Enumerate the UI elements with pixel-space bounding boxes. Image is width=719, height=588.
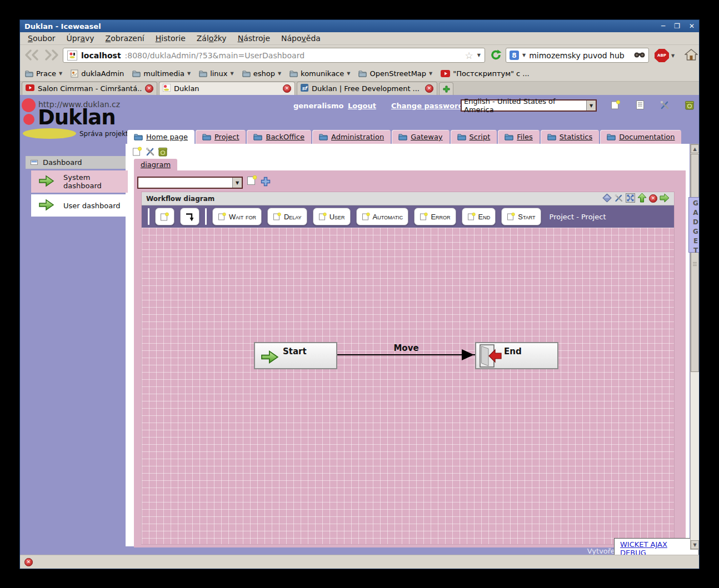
start-button[interactable]: Start — [501, 208, 541, 225]
tab-gateway[interactable]: Gateway — [392, 130, 449, 144]
search-engine-icon[interactable]: 8 — [510, 51, 519, 60]
gadget-flap[interactable]: GADGET — [688, 197, 699, 253]
url-bar[interactable]: localhost:8080/duklaAdmin/?53&main=UserD… — [63, 48, 485, 63]
wicket-debug-link[interactable]: WICKET AJAX DEBUG — [620, 540, 667, 555]
logo-circle — [22, 98, 36, 112]
search-go-icon[interactable] — [634, 51, 645, 60]
menu-soubor[interactable]: Soubor — [22, 33, 61, 44]
home-icon[interactable] — [685, 49, 698, 63]
tab-backoffice[interactable]: BackOffice — [247, 130, 311, 144]
dashboard-actions — [132, 147, 168, 159]
new-tab-button[interactable] — [439, 82, 453, 95]
tab-diagram[interactable]: diagram — [134, 159, 177, 171]
tab-home-page[interactable]: Home page — [127, 130, 194, 144]
adblock-dropdown-icon[interactable]: ▼ — [671, 53, 675, 58]
bookmark-folder-linux[interactable]: linux▼ — [199, 69, 234, 78]
bookmark-star-icon[interactable]: ☆ — [465, 50, 473, 61]
select-arrow-icon[interactable]: ▼ — [232, 178, 242, 188]
transition-label[interactable]: Move — [337, 343, 475, 353]
end-button[interactable]: End — [462, 208, 496, 225]
next-icon[interactable] — [660, 193, 670, 204]
new-page-icon[interactable] — [132, 147, 142, 159]
bookmark-folder-komunikace[interactable]: komunikace▼ — [289, 69, 350, 78]
logout-link[interactable]: Logout — [348, 102, 376, 110]
bookmark-folder-eshop[interactable]: eshop▼ — [242, 69, 281, 78]
menu-nastroje[interactable]: Nástroje — [232, 33, 276, 44]
error-button[interactable]: Error — [414, 208, 456, 225]
bookmark-folder-multimedia[interactable]: multimedia▼ — [132, 69, 191, 78]
bookmark-folder-prace[interactable]: Prace▼ — [25, 69, 62, 78]
minimize-icon[interactable]: ─ — [661, 22, 665, 30]
sidebar-item-system-dashboard[interactable]: System dashboard — [31, 170, 128, 193]
tab-script[interactable]: Script — [451, 130, 497, 144]
tab-documentation[interactable]: Documentation — [600, 130, 681, 144]
node-start[interactable]: Start — [254, 342, 337, 369]
tools-icon[interactable] — [660, 100, 670, 112]
document-list-icon[interactable] — [636, 100, 645, 112]
select-arrow-icon[interactable]: ▼ — [586, 100, 596, 110]
browser-tab-sourceforge[interactable]: sf Duklan | Free Development ... ✕ — [297, 82, 437, 95]
wicket-debug-box[interactable]: WICKET AJAX DEBUG — [614, 538, 699, 555]
search-input[interactable]: mimozemsky puvod hub — [529, 51, 631, 60]
tab-close-icon[interactable]: ✕ — [425, 84, 433, 93]
collapse-icon[interactable] — [31, 158, 38, 167]
scroll-down-icon[interactable]: ▼ — [691, 540, 699, 549]
delay-button[interactable]: Delay — [267, 208, 307, 225]
back-icon[interactable] — [23, 48, 40, 64]
duklan-favicon — [163, 84, 171, 93]
trash-icon[interactable] — [158, 147, 168, 159]
menu-zobrazeni[interactable]: Zobrazení — [100, 33, 150, 44]
scrollbar-thumb[interactable] — [691, 154, 699, 372]
browser-tab-salon-cimrman[interactable]: Salon Cimrman - Cimršantá... ✕ — [22, 82, 157, 95]
archive-icon[interactable] — [685, 100, 695, 112]
menu-napoveda[interactable]: Nápověda — [276, 33, 326, 44]
diamond-icon[interactable] — [602, 193, 612, 204]
exit-door-icon — [480, 344, 502, 370]
tab-project[interactable]: Project — [196, 130, 246, 144]
menu-historie[interactable]: Historie — [150, 33, 191, 44]
tab-administration[interactable]: Administration — [312, 130, 391, 144]
gadget-select[interactable]: ▼ — [137, 177, 243, 189]
new-page-icon[interactable] — [247, 175, 257, 188]
reload-icon[interactable] — [490, 49, 502, 63]
automatic-button[interactable]: Automatic — [356, 208, 409, 225]
expand-icon[interactable] — [626, 193, 635, 204]
change-password-link[interactable]: Change password — [391, 102, 463, 110]
error-status-icon[interactable]: ✕ — [24, 558, 33, 566]
tab-close-icon[interactable]: ✕ — [145, 84, 153, 93]
forward-icon[interactable] — [43, 48, 60, 64]
node-end[interactable]: End — [475, 342, 558, 369]
browser-tab-duklan[interactable]: Duklan ✕ — [159, 82, 295, 95]
tools-icon[interactable] — [145, 147, 155, 159]
scroll-up-icon[interactable]: ▲ — [691, 144, 699, 153]
restore-icon[interactable]: ❐ — [674, 22, 680, 30]
bookmark-duklaadmin[interactable]: duklaAdmin — [71, 69, 124, 78]
new-node-button[interactable] — [155, 208, 174, 225]
sidebar-item-user-dashboard[interactable]: User dashboard — [31, 194, 128, 217]
bookmark-youtube[interactable]: "Постскриптум" с ... — [441, 69, 530, 78]
wait-for-button[interactable]: Wait for — [212, 208, 262, 225]
collapse-up-icon[interactable] — [637, 193, 647, 204]
new-page-icon[interactable] — [611, 100, 621, 112]
tab-files[interactable]: Files — [498, 130, 540, 144]
tools-icon[interactable] — [614, 193, 623, 204]
menu-upravy[interactable]: Úpravy — [61, 33, 100, 44]
language-select[interactable]: English - United States of America ▼ — [461, 99, 597, 112]
search-bar[interactable]: 8 ▼ mimozemsky puvod hub — [506, 48, 649, 63]
bookmark-folder-openstreetmap[interactable]: OpenStreetMap▼ — [358, 69, 432, 78]
tab-close-icon[interactable]: ✕ — [283, 84, 291, 93]
browser-window: Duklan - Iceweasel ─ ❐ ✕ Soubor Úpravy Z… — [19, 19, 700, 569]
user-button[interactable]: User — [313, 208, 351, 225]
adblock-icon[interactable]: ABP — [655, 49, 669, 62]
add-gadget-icon[interactable] — [261, 177, 271, 189]
menu-zalozky[interactable]: Záložky — [191, 33, 232, 44]
search-engine-dropdown-icon[interactable]: ▼ — [522, 53, 526, 58]
tab-statistics[interactable]: Statistics — [541, 130, 599, 144]
workflow-canvas[interactable]: Start Move End — [142, 228, 674, 544]
url-dropdown-icon[interactable]: ▼ — [477, 53, 481, 58]
sidebar-section-dashboard[interactable]: Dashboard — [26, 156, 126, 169]
close-icon[interactable]: ✕ — [689, 22, 695, 30]
toolbar-separator — [148, 208, 149, 225]
remove-gadget-icon[interactable]: ✕ — [649, 194, 657, 203]
transition-tool-button[interactable] — [180, 208, 199, 225]
